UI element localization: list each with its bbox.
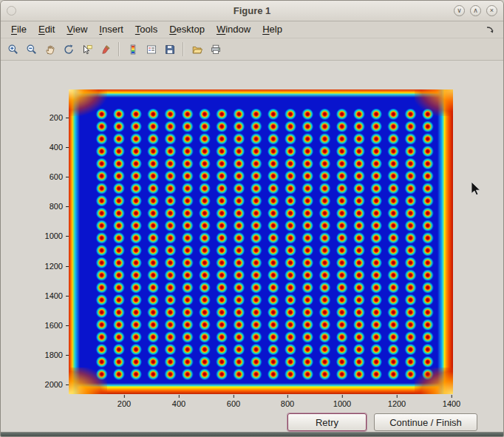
menu-label-part: dit [45,24,55,35]
legend-icon [146,44,157,55]
y-tick-label: 1000 [45,231,63,240]
y-tick-label: 2000 [45,380,63,389]
toolbar-separator [118,42,120,56]
toolbar-rotate3d-button[interactable] [60,41,77,58]
y-tick-label: 1400 [45,291,63,300]
menubar: File Edit View Insert Tools Desktop Wind… [1,21,503,38]
y-tick-label: 1800 [45,350,63,359]
menu-label-part: V [67,24,72,35]
x-tick-label: 600 [227,399,240,408]
toolbar-zoom-out-button[interactable] [23,41,40,58]
toolbar-data-cursor-button[interactable] [78,41,95,58]
open-folder-icon [191,44,203,55]
image-edge-top [69,89,453,98]
toolbar-save-button[interactable] [161,41,178,58]
menu-view[interactable]: View [61,21,93,38]
toolbar-separator [183,42,184,56]
rotate-3d-icon [63,44,75,55]
spot-grid [93,108,437,381]
window-title: Figure 1 [1,5,503,16]
menu-label-part: iew [73,24,88,35]
heatmap-image[interactable] [69,89,453,394]
menu-label-part: E [38,24,45,35]
menu-label-part: ile [17,24,27,35]
save-floppy-icon [164,44,176,55]
toolbar-print-button[interactable] [207,41,224,58]
pan-hand-icon [44,44,56,55]
toolbar-open-button[interactable] [188,41,205,58]
mouse-cursor [471,182,482,200]
menu-label-part: indow [225,24,251,35]
toolbar-zoom-in-button[interactable] [4,41,21,58]
menu-window[interactable]: Window [211,21,256,38]
window-controls: ∨ ∧ × [454,5,497,16]
colorbar-icon [127,44,139,55]
toolbar-brush-button[interactable] [97,41,114,58]
x-tick-label: 1000 [333,399,351,408]
window-bottom-edge [1,432,503,436]
x-tick-label: 400 [172,399,185,408]
y-tick-label: 1600 [45,321,63,330]
toolbar-insert-legend-button[interactable] [143,41,160,58]
maximize-button[interactable]: ∧ [470,5,481,16]
menu-label-part: W [217,24,225,35]
printer-icon [210,44,222,55]
y-tick-label: 400 [50,143,63,152]
y-tick-label: 200 [50,113,63,122]
x-tick-label: 200 [118,399,131,408]
continue-finish-button[interactable]: Continue / Finish [374,413,477,431]
y-tick-label: 800 [50,202,63,211]
x-tick-label: 800 [281,399,294,408]
toolbar-pan-button[interactable] [41,41,58,58]
menu-label-part: nsert [102,24,123,35]
menu-desktop[interactable]: Desktop [163,21,211,38]
minimize-button[interactable]: ∨ [454,5,465,16]
menu-edit[interactable]: Edit [33,21,61,38]
menu-label-part: esktop [177,24,205,35]
figure-window: Figure 1 ∨ ∧ × File Edit View Insert Too… [0,0,504,437]
zoom-out-icon [26,44,38,55]
brush-icon [100,44,112,55]
figure-toolbar [1,38,503,61]
axes: 200 400 600 800 1000 1200 1400 1600 1800… [69,89,453,394]
x-tick-label: 1200 [388,399,406,408]
menu-label-part: H [262,24,269,35]
image-edge-right [437,89,453,394]
image-edge-bottom [69,383,453,394]
titlebar: Figure 1 ∨ ∧ × [1,1,503,21]
close-button[interactable]: × [486,5,497,16]
image-edge-left [69,89,80,394]
menu-label-part: elp [270,24,282,35]
menu-label-part: ools [140,24,157,35]
data-cursor-icon [81,44,93,55]
x-tick-label: 1400 [443,399,460,408]
menu-tools[interactable]: Tools [129,21,163,38]
y-tick-label: 600 [50,172,63,181]
menu-file[interactable]: File [5,21,33,38]
figure-canvas: 200 400 600 800 1000 1200 1400 1600 1800… [1,61,503,432]
menu-label-part: D [169,24,176,35]
menu-insert[interactable]: Insert [93,21,129,38]
toolbar-insert-colorbar-button[interactable] [124,41,141,58]
y-tick-label: 1200 [45,262,63,271]
menu-overflow-arrow-icon[interactable] [486,25,496,34]
menu-help[interactable]: Help [256,21,288,38]
zoom-in-icon [7,44,19,55]
menu-label-part: F [11,24,17,35]
retry-button[interactable]: Retry [287,413,367,431]
